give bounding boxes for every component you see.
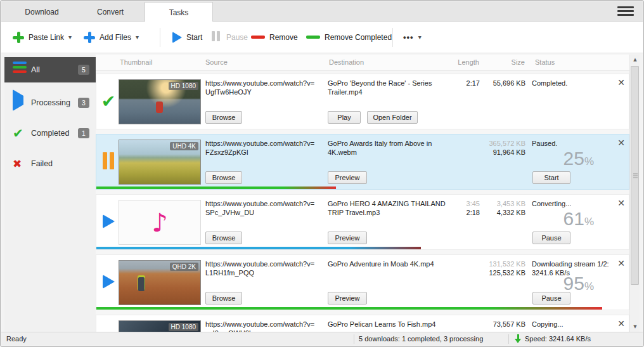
scroll-down-icon[interactable]: ▼ xyxy=(630,322,640,332)
length-value: 2:17 xyxy=(434,79,480,88)
status-text: Paused. xyxy=(532,139,619,148)
close-icon[interactable]: ✕ xyxy=(615,136,628,149)
more-options-button[interactable]: ••• ▾ xyxy=(403,22,422,53)
cross-icon: ✖ xyxy=(13,157,27,171)
remove-completed-button[interactable]: Remove Completed xyxy=(306,22,392,53)
sidebar-item-label: All xyxy=(31,65,40,74)
task-rows: ✔ HD 1080 https://www.youtube.com/watch?… xyxy=(96,74,629,332)
percent-value: 25% xyxy=(532,148,594,169)
destination-file: GoPro Adventure in Moab 4K.mp4 xyxy=(328,259,456,268)
browse-button[interactable]: Browse xyxy=(205,111,242,124)
status-text: Converting... xyxy=(532,199,619,208)
sidebar-item-processing[interactable]: Processing 3 xyxy=(4,90,96,115)
remove-completed-dash-icon xyxy=(306,36,320,39)
pause-button[interactable]: Pause xyxy=(212,22,248,53)
sidebar-item-completed[interactable]: ✔ Completed 1 xyxy=(4,121,96,146)
row-state xyxy=(99,134,118,188)
pause-icon xyxy=(101,152,115,171)
preview-button[interactable]: Preview xyxy=(328,171,367,184)
ellipsis-icon: ••• xyxy=(403,32,414,42)
vertical-scrollbar[interactable]: ▲ ▼ xyxy=(629,55,640,332)
size-value: 73,557 KB xyxy=(481,320,525,329)
remove-label: Remove xyxy=(269,33,298,42)
thumbnail-pelican: HD 1080 xyxy=(119,320,201,332)
preview-button[interactable]: Preview xyxy=(328,292,367,304)
close-icon[interactable]: ✕ xyxy=(615,257,628,270)
task-row[interactable]: QHD 2K https://www.youtube.com/watch?v=L… xyxy=(96,254,629,310)
tab-tasks[interactable]: Tasks xyxy=(145,2,213,22)
close-icon[interactable]: ✕ xyxy=(615,197,628,209)
play-icon xyxy=(103,275,115,289)
tab-convert[interactable]: Convert xyxy=(76,3,145,22)
task-row[interactable]: ♪ https://www.youtube.com/watch?v=SPc_JV… xyxy=(96,194,629,250)
add-files-button[interactable]: Add Files ▾ xyxy=(84,22,139,53)
task-row[interactable]: UHD 4K https://www.youtube.com/watch?v=F… xyxy=(96,134,629,190)
menu-icon[interactable] xyxy=(617,6,634,17)
source-url: https://www.youtube.com/watch?v=L1RH1fm_… xyxy=(205,259,325,277)
start-label: Start xyxy=(186,33,202,42)
scroll-up-icon[interactable]: ▲ xyxy=(630,55,640,65)
start-button[interactable]: Start xyxy=(172,22,202,53)
task-row[interactable]: ✔ HD 1080 https://www.youtube.com/watch?… xyxy=(96,74,629,129)
play-icon xyxy=(103,214,115,228)
header-status[interactable]: Status xyxy=(535,58,555,66)
remove-dash-icon xyxy=(251,36,265,39)
open-folder-button[interactable]: Open Folder xyxy=(367,111,418,124)
task-list: Thumbnail Source Destination Length Size… xyxy=(96,55,640,332)
sidebar-item-label: Failed xyxy=(31,159,53,168)
browse-button[interactable]: Browse xyxy=(205,232,242,244)
length-value: 3:452:18 xyxy=(434,199,480,217)
thumbnail-vineyard-mountains: UHD 4K xyxy=(119,140,201,185)
sidebar-item-all[interactable]: All 5 xyxy=(4,57,96,82)
close-icon[interactable]: ✕ xyxy=(615,317,628,330)
sidebar-item-label: Processing xyxy=(31,98,70,107)
source-url: https://www.youtube.com/watch?v=nvI0amOW… xyxy=(205,320,325,332)
quality-badge: UHD 4K xyxy=(170,142,198,150)
header-source[interactable]: Source xyxy=(205,58,228,66)
row-state: ✔ xyxy=(99,74,118,128)
progress-bar xyxy=(96,247,629,249)
music-note-icon: ♪ xyxy=(151,208,168,237)
source-url: https://www.youtube.com/watch?v=UgfTw6He… xyxy=(205,79,325,96)
chevron-down-icon[interactable]: ▾ xyxy=(136,34,139,41)
header-size[interactable]: Size xyxy=(480,58,525,66)
header-thumbnail[interactable]: Thumbnail xyxy=(120,58,152,66)
header-destination[interactable]: Destination xyxy=(329,58,364,66)
toolbar-divider xyxy=(392,28,393,47)
play-icon xyxy=(172,32,182,43)
pause-task-button[interactable]: Pause xyxy=(532,292,570,304)
app-window: Download Convert Tasks Paste Link ▾ Add … xyxy=(0,0,644,347)
paste-link-button[interactable]: Paste Link ▾ xyxy=(13,22,72,53)
pause-task-button[interactable]: Pause xyxy=(532,232,570,244)
progress-bar xyxy=(96,307,629,310)
quality-badge: QHD 2K xyxy=(170,263,198,271)
content-area: All 5 Processing 3 ✔ Completed 1 ✖ Faile… xyxy=(1,53,643,332)
tab-download[interactable]: Download xyxy=(8,3,76,22)
status-text: Copying... xyxy=(532,320,619,329)
downloads-summary: 5 downloads: 1 completed, 3 processing xyxy=(359,335,483,343)
size-value: 3,453 KB4,332 KB xyxy=(481,199,525,217)
toolbar-divider xyxy=(160,28,160,47)
percent-value: 61% xyxy=(532,208,594,230)
preview-button[interactable]: Preview xyxy=(328,232,367,244)
count-badge: 3 xyxy=(78,98,89,108)
chevron-down-icon[interactable]: ▾ xyxy=(68,34,72,41)
browse-button[interactable]: Browse xyxy=(205,292,242,304)
start-task-button[interactable]: Start xyxy=(532,171,570,184)
add-files-label: Add Files xyxy=(100,33,131,42)
destination-file: GoPro Awards Italy from Above in 4K.webm xyxy=(328,139,456,157)
task-row[interactable]: HD 1080 https://www.youtube.com/watch?v=… xyxy=(96,315,629,332)
scrollbar-thumb[interactable] xyxy=(631,66,639,285)
chevron-down-icon: ▾ xyxy=(418,34,422,41)
header-length[interactable]: Length xyxy=(434,58,479,66)
remove-button[interactable]: Remove xyxy=(251,22,298,53)
thumbnail-audio: ♪ xyxy=(119,200,201,245)
toolbar: Paste Link ▾ Add Files ▾ Start Pause Rem… xyxy=(1,22,643,53)
play-button[interactable]: Play xyxy=(328,111,361,124)
close-icon[interactable]: ✕ xyxy=(615,76,628,89)
statusbar-divider xyxy=(508,334,509,344)
source-url: https://www.youtube.com/watch?v=FZsxz9Zp… xyxy=(205,139,325,157)
sidebar-item-failed[interactable]: ✖ Failed xyxy=(4,151,96,176)
plus-green-icon xyxy=(13,32,24,43)
browse-button[interactable]: Browse xyxy=(205,171,242,184)
